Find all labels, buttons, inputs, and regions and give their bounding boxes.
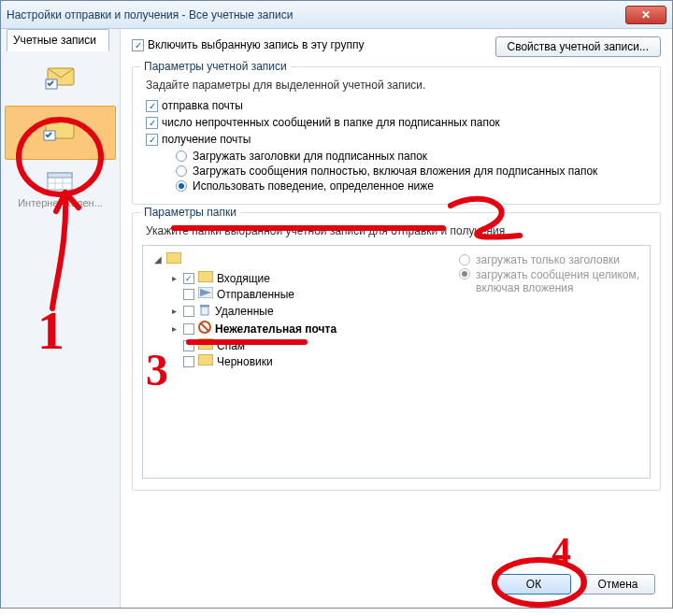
account-item-3-label: Интернет-кален... (5, 197, 116, 208)
radio-icon (176, 165, 187, 177)
account-item-2[interactable] (5, 106, 116, 160)
radio-custom[interactable]: Использовать поведение, определенное ниж… (176, 179, 651, 193)
folder-tree[interactable]: ◢ ▸ ✓ Входящи (149, 251, 448, 472)
svg-rect-13 (201, 307, 208, 315)
dialog-window: Настройки отправки и получения - Все уче… (0, 0, 673, 609)
folder-icon (198, 271, 213, 285)
close-icon: ✕ (641, 8, 651, 21)
checkbox-icon: ✓ (146, 134, 158, 146)
account-item-1[interactable] (1, 57, 120, 106)
checkbox-icon[interactable] (183, 306, 194, 317)
titlebar: Настройки отправки и получения - Все уче… (1, 1, 672, 29)
accounts-tab[interactable]: Учетные записи (7, 29, 109, 51)
checkbox-icon: ✓ (146, 100, 158, 112)
svg-rect-17 (198, 338, 213, 350)
expander-icon[interactable]: ▸ (169, 323, 179, 334)
radio-full-label: Загружать сообщения полностью, включая в… (193, 165, 597, 178)
account-params-helper: Задайте параметры для выделенной учетной… (146, 79, 651, 92)
folder-icon (198, 354, 213, 368)
radio-custom-label: Использовать поведение, определенное ниж… (193, 179, 434, 193)
checkbox-icon: ✓ (146, 117, 158, 129)
svg-rect-10 (166, 252, 181, 264)
account-params-group: Параметры учетной записи Задайте парамет… (132, 66, 661, 205)
tree-item-label: Входящие (217, 272, 270, 285)
svg-line-16 (201, 323, 208, 331)
trash-icon (198, 303, 211, 319)
folder-icon (166, 252, 181, 266)
spacer (169, 356, 179, 366)
tree-item-drafts[interactable]: Черновики (169, 353, 448, 369)
checkbox-icon[interactable] (183, 340, 194, 351)
accounts-sidebar: Учетные записи (1, 29, 121, 608)
dialog-body: Учетные записи (1, 29, 672, 608)
unread-count-checkbox[interactable]: ✓ число непрочтенных сообщений в папке д… (146, 116, 651, 129)
top-row: ✓ Включить выбранную запись в эту группу… (132, 36, 661, 57)
folder-params-group: Параметры папки Укажите папки выбранной … (132, 212, 661, 491)
tree-item-label: Отправленные (217, 288, 294, 301)
tree-root[interactable]: ◢ ▸ ✓ Входящи (152, 251, 448, 370)
receive-mail-label: получение почты (162, 133, 251, 146)
svg-rect-14 (200, 305, 209, 307)
opt-headers-only: загружать только заголовки (459, 253, 644, 266)
expander-icon[interactable]: ▸ (169, 306, 179, 316)
junk-icon (198, 321, 211, 337)
checkbox-icon: ✓ (132, 39, 144, 51)
include-label: Включить выбранную запись в эту группу (148, 38, 364, 51)
folder-params-helper: Укажите папки выбранной учетной записи д… (146, 224, 651, 237)
close-button[interactable]: ✕ (625, 6, 666, 24)
svg-rect-6 (48, 173, 72, 178)
radio-full[interactable]: Загружать сообщения полностью, включая в… (176, 165, 651, 178)
svg-rect-18 (198, 354, 213, 365)
tree-item-label: Спам (217, 339, 245, 352)
radio-headers[interactable]: Загружать заголовки для подписанных папо… (176, 150, 651, 163)
send-mail-label: отправка почты (162, 99, 243, 112)
radio-icon (459, 268, 470, 279)
tree-item-junk[interactable]: ▸ Нежелательная почта (169, 320, 448, 337)
tree-item-label: Удаленные (215, 305, 274, 318)
opt-full-line2: включая вложения (476, 281, 574, 294)
mail-account-icon (42, 64, 79, 91)
sent-icon (198, 287, 213, 301)
opt-full-label: загружать сообщения целиком, включая вло… (476, 268, 639, 294)
checkbox-icon[interactable]: ✓ (183, 273, 194, 284)
radio-icon (176, 180, 187, 192)
cancel-button[interactable]: Отмена (580, 574, 655, 595)
content-pane: ✓ Включить выбранную запись в эту группу… (121, 29, 672, 608)
ok-button[interactable]: ОК (496, 574, 571, 595)
mail-folder-icon (40, 114, 81, 144)
svg-rect-11 (198, 271, 213, 282)
radio-icon (459, 254, 470, 265)
folder-download-options: загружать только заголовки загружать соо… (448, 251, 644, 472)
account-item-3[interactable]: Интернет-кален... (1, 160, 120, 220)
receive-mail-checkbox[interactable]: ✓ получение почты (146, 133, 651, 146)
tree-item-inbox[interactable]: ▸ ✓ Входящие (169, 270, 448, 286)
account-properties-button[interactable]: Свойства учетной записи... (495, 36, 661, 57)
unread-count-label: число непрочтенных сообщений в папке для… (162, 116, 500, 129)
opt-full-line1: загружать сообщения целиком, (476, 268, 639, 281)
checkbox-icon[interactable] (183, 323, 194, 335)
folder-icon (198, 338, 213, 352)
dialog-footer: ОК Отмена (496, 574, 655, 595)
svg-rect-3 (46, 118, 59, 123)
spacer (169, 340, 179, 351)
opt-headers-label: загружать только заголовки (476, 253, 620, 266)
folder-params-title: Параметры папки (140, 206, 240, 219)
checkbox-icon[interactable] (183, 356, 194, 367)
tree-item-label: Нежелательная почта (215, 322, 336, 336)
tree-item-deleted[interactable]: ▸ Удаленные (169, 302, 448, 320)
tree-item-sent[interactable]: Отправленные (169, 286, 448, 302)
checkbox-icon[interactable] (183, 289, 194, 300)
send-mail-checkbox[interactable]: ✓ отправка почты (146, 99, 651, 112)
calendar-icon (44, 167, 78, 193)
radio-headers-label: Загружать заголовки для подписанных папо… (193, 150, 427, 163)
opt-full-messages: загружать сообщения целиком, включая вло… (459, 268, 644, 294)
expander-icon[interactable]: ◢ (152, 254, 163, 265)
radio-icon (176, 150, 187, 162)
folder-tree-box: ◢ ▸ ✓ Входящи (142, 245, 651, 479)
tree-item-spam[interactable]: Спам (169, 337, 448, 353)
spacer (169, 289, 179, 299)
include-checkbox-row[interactable]: ✓ Включить выбранную запись в эту группу (132, 38, 364, 51)
tree-item-label: Черновики (217, 355, 273, 368)
window-title: Настройки отправки и получения - Все уче… (7, 8, 625, 21)
expander-icon[interactable]: ▸ (169, 273, 179, 283)
